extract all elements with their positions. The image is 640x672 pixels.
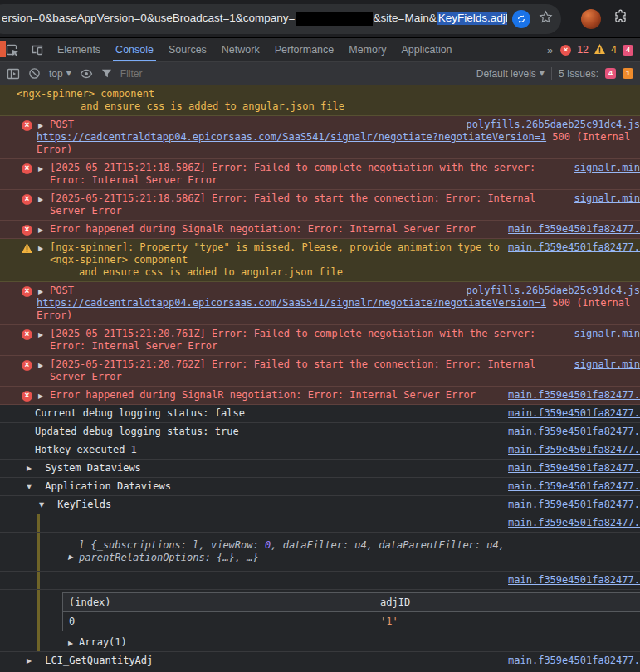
collapsed-arrow-icon[interactable]: ▶ bbox=[27, 462, 39, 475]
tab-memory[interactable]: Memory bbox=[341, 38, 393, 61]
error-count[interactable]: 12 bbox=[577, 44, 589, 56]
source-link[interactable]: signalr.min bbox=[574, 162, 640, 174]
error-icon: × bbox=[22, 120, 32, 131]
warning-count-icon[interactable] bbox=[594, 44, 605, 56]
group-label[interactable]: System Dataviews bbox=[45, 462, 141, 474]
expand-arrow-icon[interactable]: ▶ bbox=[68, 637, 73, 650]
error-icon: × bbox=[22, 329, 32, 340]
expand-arrow-icon[interactable]: ▶ bbox=[38, 390, 43, 402]
url-selected-text: KeyFields.adjID=1 bbox=[437, 12, 507, 25]
source-link[interactable]: signalr.min bbox=[574, 192, 640, 205]
source-link[interactable]: main.f359e4501fa82477. bbox=[508, 241, 640, 254]
expand-arrow-icon[interactable]: ▶ bbox=[38, 359, 43, 372]
expand-arrow-icon[interactable]: ▶ bbox=[38, 224, 43, 236]
source-link[interactable]: polyfills.26b5daeb25c91dc4.js bbox=[466, 119, 640, 131]
table-cell-index: 0 bbox=[63, 612, 374, 631]
log-message: Updated debug logging status: true bbox=[35, 426, 239, 437]
left-accent-strip bbox=[0, 41, 6, 57]
request-url-link[interactable]: https://cadcentraldtapp04.epicorsaas.com… bbox=[37, 297, 546, 309]
error-icon: × bbox=[22, 163, 32, 174]
console-warning-row: ▶ main.f359e4501fa82477. [ngx-spinner]: … bbox=[0, 239, 640, 282]
tab-application[interactable]: Application bbox=[393, 38, 459, 61]
devtools-tab-bar: Elements Console Sources Network Perform… bbox=[0, 38, 640, 62]
expand-arrow-icon[interactable]: ▶ bbox=[38, 242, 43, 255]
filter-input[interactable] bbox=[120, 68, 311, 80]
tab-elements[interactable]: Elements bbox=[50, 38, 108, 61]
live-expression-eye-icon[interactable] bbox=[80, 67, 93, 80]
array-label[interactable]: Array(1) bbox=[79, 636, 127, 648]
table-header-index: (index) bbox=[63, 593, 374, 612]
expand-arrow-icon[interactable]: ▶ bbox=[38, 193, 43, 206]
url-text: ersion=0&baseAppVersion=0&useBroadcast=1… bbox=[2, 12, 507, 25]
profile-avatar[interactable] bbox=[581, 9, 601, 29]
issues-pink-badge[interactable]: 4 bbox=[605, 68, 616, 79]
console-object-row: ▶ l {_subscriptions: l, viewRow: 0, data… bbox=[0, 533, 640, 572]
console-group-system-dataviews[interactable]: main.f359e4501fa82477. ▶ System Dataview… bbox=[0, 460, 640, 478]
error-icon: × bbox=[22, 360, 32, 371]
expand-arrow-icon[interactable]: ▶ bbox=[38, 285, 43, 298]
clear-console-icon[interactable] bbox=[28, 67, 41, 80]
error-message: [2025-05-21T15:21:18.586Z] Error: Failed… bbox=[50, 162, 535, 186]
source-link[interactable]: main.f359e4501fa82477. bbox=[508, 480, 640, 493]
issues-orange-badge[interactable]: 1 bbox=[623, 68, 633, 79]
tab-sources[interactable]: Sources bbox=[161, 38, 214, 61]
console-table: (index) adjID 0 '1' bbox=[62, 592, 640, 631]
source-link[interactable]: main.f359e4501fa82477. bbox=[508, 574, 640, 587]
sync-icon[interactable] bbox=[512, 10, 530, 28]
error-icon: × bbox=[22, 225, 32, 236]
console-group-getquantityadj[interactable]: main.f359e4501fa82477. ▶ LCI_GetQuantity… bbox=[0, 652, 640, 670]
tab-network[interactable]: Network bbox=[214, 38, 267, 61]
source-link[interactable]: main.f359e4501fa82477. bbox=[508, 426, 640, 438]
console-error-row: × ▶ main.f359e4501fa82477. Error happene… bbox=[0, 221, 640, 239]
source-link[interactable]: signalr.min bbox=[574, 328, 640, 340]
expand-arrow-icon[interactable]: ▶ bbox=[68, 551, 73, 563]
expanded-arrow-icon[interactable]: ▼ bbox=[39, 499, 51, 511]
console-log-area[interactable]: <ngx-spinner> component and ensure css i… bbox=[0, 85, 640, 672]
expand-arrow-icon[interactable]: ▶ bbox=[38, 119, 43, 132]
source-link[interactable]: main.f359e4501fa82477. bbox=[508, 655, 640, 667]
group-label[interactable]: KeyFields bbox=[57, 499, 111, 510]
request-method: POST bbox=[50, 285, 74, 296]
issues-count-badge[interactable]: 4 bbox=[623, 45, 633, 56]
console-error-row-post: × ▶ polyfills.26b5daeb25c91dc4.js POST h… bbox=[0, 116, 640, 159]
console-group-keyfields[interactable]: main.f359e4501fa82477. ▼ KeyFields bbox=[0, 496, 640, 514]
source-link[interactable]: main.f359e4501fa82477. bbox=[508, 444, 640, 456]
error-message: Error happened during SignalR negotiatio… bbox=[50, 223, 476, 235]
bookmark-star-icon[interactable] bbox=[539, 10, 553, 27]
console-group-application-dataviews[interactable]: main.f359e4501fa82477. ▼ Application Dat… bbox=[0, 478, 640, 496]
issues-label[interactable]: 5 Issues: bbox=[559, 68, 598, 80]
expand-arrow-icon[interactable]: ▶ bbox=[38, 163, 43, 175]
object-preview[interactable]: l {_subscriptions: l, viewRow: bbox=[79, 539, 265, 551]
source-link[interactable]: polyfills.26b5daeb25c91dc4.js bbox=[466, 285, 640, 297]
source-link[interactable]: main.f359e4501fa82477. bbox=[508, 462, 640, 475]
console-link-row: main.f359e4501fa82477. bbox=[0, 572, 640, 590]
console-log-row: main.f359e4501fa82477. Updated debug log… bbox=[0, 423, 640, 441]
collapsed-arrow-icon[interactable]: ▶ bbox=[27, 655, 39, 667]
expanded-arrow-icon[interactable]: ▼ bbox=[27, 480, 39, 493]
log-levels-dropdown[interactable]: Default levels ▼ bbox=[476, 68, 545, 80]
device-toolbar-icon[interactable] bbox=[25, 38, 50, 61]
console-sidebar-icon[interactable] bbox=[7, 67, 20, 80]
group-label[interactable]: Application Dataviews bbox=[45, 480, 171, 492]
more-panels-icon[interactable]: » bbox=[545, 44, 555, 56]
source-link[interactable]: main.f359e4501fa82477. bbox=[508, 389, 640, 402]
source-link[interactable]: main.f359e4501fa82477. bbox=[508, 223, 640, 236]
javascript-context-dropdown[interactable]: top ▼ bbox=[49, 68, 71, 80]
source-link[interactable]: signalr.min bbox=[574, 358, 640, 371]
toolbar-divider bbox=[551, 67, 552, 80]
error-count-icon[interactable]: × bbox=[560, 45, 571, 56]
table-header-adjid: adjID bbox=[374, 593, 640, 612]
extensions-puzzle-icon[interactable] bbox=[613, 9, 628, 28]
error-icon: × bbox=[22, 286, 32, 297]
expand-arrow-icon[interactable]: ▶ bbox=[38, 329, 43, 341]
tab-console[interactable]: Console bbox=[108, 38, 161, 61]
tab-performance[interactable]: Performance bbox=[267, 38, 342, 61]
source-link[interactable]: main.f359e4501fa82477. bbox=[508, 517, 640, 529]
source-link[interactable]: main.f359e4501fa82477. bbox=[508, 407, 640, 420]
request-url-link[interactable]: https://cadcentraldtapp04.epicorsaas.com… bbox=[37, 131, 546, 143]
warning-count[interactable]: 4 bbox=[611, 44, 617, 56]
source-link[interactable]: main.f359e4501fa82477. bbox=[508, 499, 640, 511]
address-bar[interactable]: ersion=0&baseAppVersion=0&useBroadcast=1… bbox=[0, 4, 561, 34]
browser-top-bar: ersion=0&baseAppVersion=0&useBroadcast=1… bbox=[0, 0, 640, 38]
group-label[interactable]: LCI_GetQuantityAdj bbox=[45, 655, 153, 666]
